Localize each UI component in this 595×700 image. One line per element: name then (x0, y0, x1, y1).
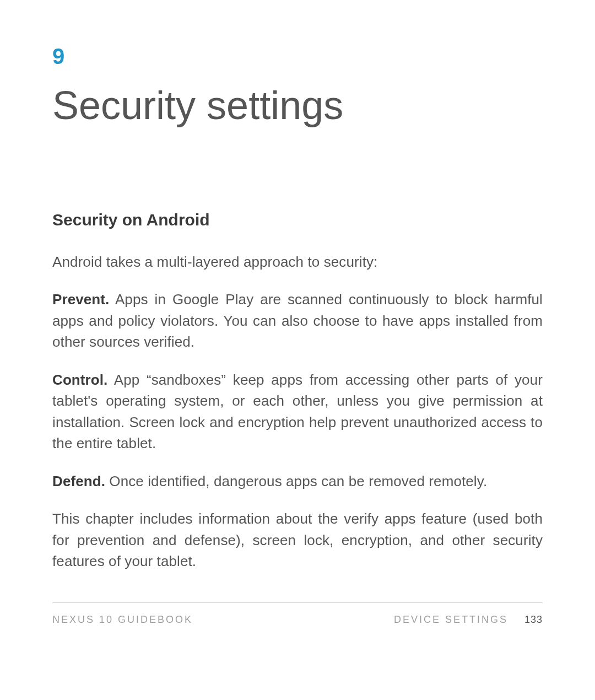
intro-paragraph: Android takes a multi-layered approach t… (52, 251, 543, 272)
paragraph-defend: Defend. Once identified, dangerous apps … (52, 471, 543, 492)
lead-prevent: Prevent. (52, 291, 109, 308)
lead-control: Control. (52, 371, 107, 388)
chapter-number: 9 (52, 44, 543, 69)
footer-left: NEXUS 10 GUIDEBOOK (52, 614, 193, 626)
lead-defend: Defend. (52, 473, 105, 489)
section-heading: Security on Android (52, 211, 543, 229)
footer-right: DEVICE SETTINGS 133 (394, 614, 543, 626)
page-footer: NEXUS 10 GUIDEBOOK DEVICE SETTINGS 133 (52, 602, 543, 626)
footer-section-label: DEVICE SETTINGS (394, 614, 508, 626)
paragraph-prevent: Prevent. Apps in Google Play are scanned… (52, 289, 543, 352)
text-control: App “sandboxes” keep apps from accessing… (52, 371, 543, 451)
text-prevent: Apps in Google Play are scanned continuo… (52, 291, 543, 350)
chapter-title: Security settings (52, 83, 543, 128)
document-page: 9 Security settings Security on Android … (0, 0, 595, 572)
paragraph-control: Control. App “sandboxes” keep apps from … (52, 369, 543, 454)
page-number: 133 (524, 614, 543, 626)
text-defend: Once identified, dangerous apps can be r… (105, 473, 487, 489)
closing-paragraph: This chapter includes information about … (52, 508, 543, 572)
